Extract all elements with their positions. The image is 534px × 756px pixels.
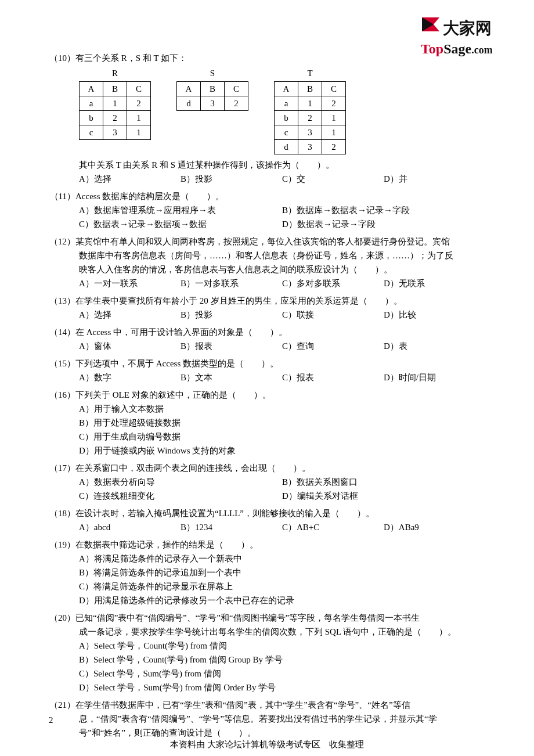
q12-num: （12） [49,235,75,249]
table-T-grid: ABC a12 b21 c31 d32 [274,81,346,154]
q12-opts: A）一对一联系 B）一对多联系 C）多对多联系 D）无联系 [79,276,485,290]
flag-icon [421,16,441,37]
q21: （21）在学生借书数据库中，已有“学生”表和“借阅”表，其中“学生”表含有“学号… [49,698,485,740]
q20-opt-b: B）Select 学号，Count(学号) from 借阅 Group By 学… [79,653,485,667]
q20-l2: 成一条记录，要求按学生学号统计出每名学生的借阅次数，下列 SQL 语句中，正确的… [79,625,485,639]
q17: （17）在关系窗口中，双击两个表之间的连接线，会出现（ ）。 A）数据表分析向导… [49,461,485,503]
q17-stem: 在关系窗口中，双击两个表之间的连接线，会出现（ ）。 [75,463,311,473]
q11-opt-a: A）数据库管理系统→应用程序→表 [79,203,282,217]
q16-num: （16） [49,388,75,402]
footer-text: 本资料由 大家论坛计算机等级考试专区 收集整理 [0,737,534,751]
q19-opt-c: C）将满足筛选条件的记录显示在屏幕上 [79,579,485,593]
q11-opt-c: C）数据表→记录→数据项→数据 [79,217,282,231]
q10-tables: R ABC a12 b21 c31 S ABC d32 [79,66,485,154]
logo-row1: 大家网 [421,16,514,37]
page-number: 2 [49,713,53,727]
q10: （10）有三个关系 R，S 和 T 如下： R ABC a12 b21 c31 … [49,51,485,186]
q18-opt-d: D）ABa9 [384,520,485,534]
q10-opts: A）选择 B）投影 C）交 D）并 [79,172,485,186]
q17-opt-c: C）连接线粗细变化 [79,489,282,503]
q11-num: （11） [49,189,75,203]
q14-opts: A）窗体 B）报表 C）查询 D）表 [79,339,485,353]
q18-opts: A）abcd B）1234 C）AB+C D）ABa9 [79,520,485,534]
q11-opt-d: D）数据表→记录→字段 [282,217,485,231]
q13-opt-b: B）投影 [181,308,282,322]
q10-opt-d: D）并 [384,172,485,186]
q14: （14）在 Access 中，可用于设计输入界面的对象是（ ）。 A）窗体 B）… [49,325,485,353]
table-T-name: T [307,66,312,80]
q10-opt-b: B）投影 [181,172,282,186]
q20: （20）已知“借阅”表中有“借阅编号”、“学号”和“借阅图书编号”等字段，每名学… [49,611,485,694]
q16-opts: A）用于输入文本数据 B）用于处理超级链接数据 C）用于生成自动编号数据 D）用… [79,402,485,458]
q10-opt-a: A）选择 [79,172,181,186]
q19-opt-d: D）用满足筛选条件的记录修改另一个表中已存在的记录 [79,593,485,607]
q12-opt-c: C）多对多联系 [282,276,384,290]
q16-opt-a: A）用于输入文本数据 [79,402,485,416]
table-S-grid: ABC d32 [176,81,248,111]
q15-opt-d: D）时间/日期 [384,370,485,384]
logo-cn: 大家网 [443,20,492,37]
q14-opt-c: C）查询 [282,339,384,353]
q17-opt-a: A）数据表分析向导 [79,475,282,489]
q19-stem: 在数据表中筛选记录，操作的结果是（ ）。 [75,540,258,549]
q20-opt-a: A）Select 学号，Count(学号) from 借阅 [79,639,485,653]
q13-stem: 在学生表中要查找所有年龄小于 20 岁且姓王的男生，应采用的关系运算是（ ）。 [75,296,402,305]
q18-num: （18） [49,506,75,520]
q10-after: 其中关系 T 由关系 R 和 S 通过某种操作得到，该操作为（ ）。 [79,158,485,172]
q11-opts: A）数据库管理系统→应用程序→表 B）数据库→数据表→记录→字段 C）数据表→记… [79,203,485,231]
q15-stem: 下列选项中，不属于 Access 数据类型的是（ ）。 [75,359,279,368]
q13-opts: A）选择 B）投影 C）联接 D）比较 [79,308,485,322]
q14-stem: 在 Access 中，可用于设计输入界面的对象是（ ）。 [75,327,287,337]
table-R: R ABC a12 b21 c31 [79,66,151,140]
table-T: T ABC a12 b21 c31 d32 [274,66,346,154]
q15: （15）下列选项中，不属于 Access 数据类型的是（ ）。 A）数字 B）文… [49,357,485,384]
topsage-logo: 大家网 TopSage.com [421,16,514,60]
q15-opt-a: A）数字 [79,370,181,384]
q20-num: （20） [49,611,75,625]
q15-opts: A）数字 B）文本 C）报表 D）时间/日期 [79,370,485,384]
q17-opt-d: D）编辑关系对话框 [282,489,485,503]
q13-num: （13） [49,294,75,308]
q14-opt-d: D）表 [384,339,485,353]
table-S-name: S [210,66,215,80]
table-R-grid: ABC a12 b21 c31 [79,81,151,140]
q10-opt-c: C）交 [282,172,384,186]
q15-opt-c: C）报表 [282,370,384,384]
q12-opt-a: A）一对一联系 [79,276,181,290]
q12-l3: 映客人入住客房的情况，客房信息表与客人信息表之间的联系应设计为（ ）。 [79,262,485,276]
q20-opt-d: D）Select 学号，Sum(学号) from 借阅 Order By 学号 [79,681,485,694]
q16-opt-b: B）用于处理超级链接数据 [79,416,485,430]
q17-opts: A）数据表分析向导 B）数据关系图窗口 C）连接线粗细变化 D）编辑关系对话框 [79,475,485,503]
q12-opt-d: D）无联系 [384,276,485,290]
q16-opt-d: D）用于链接或内嵌 Windows 支持的对象 [79,444,485,458]
q19-num: （19） [49,538,75,552]
q13-opt-d: D）比较 [384,308,485,322]
q19-opt-a: A）将满足筛选条件的记录存入一个新表中 [79,552,485,566]
q18-opt-b: B）1234 [181,520,282,534]
q18-opt-a: A）abcd [79,520,181,534]
q10-num: （10） [49,51,75,65]
q18: （18）在设计表时，若输入掩码属性设置为“LLLL”，则能够接收的输入是（ ）。… [49,506,485,534]
q13-opt-a: A）选择 [79,308,181,322]
q19-opts: A）将满足筛选条件的记录存入一个新表中 B）将满足筛选条件的记录追加到一个表中 … [79,552,485,607]
q18-stem: 在设计表时，若输入掩码属性设置为“LLLL”，则能够接收的输入是（ ）。 [75,509,374,518]
q19: （19）在数据表中筛选记录，操作的结果是（ ）。 A）将满足筛选条件的记录存入一… [49,538,485,607]
q14-opt-a: A）窗体 [79,339,181,353]
q16-opt-c: C）用于生成自动编号数据 [79,430,485,444]
table-R-name: R [112,66,118,80]
q12: （12）某宾馆中有单人间和双人间两种客房，按照规定，每位入住该宾馆的客人都要进行… [49,235,485,290]
q14-opt-b: B）报表 [181,339,282,353]
q12-l1: 某宾馆中有单人间和双人间两种客房，按照规定，每位入住该宾馆的客人都要进行身份登记… [75,237,450,246]
q20-opts: A）Select 学号，Count(学号) from 借阅 B）Select 学… [79,639,485,694]
table-S: S ABC d32 [176,66,248,111]
q11-opt-b: B）数据库→数据表→记录→字段 [282,203,485,217]
q14-num: （14） [49,325,75,339]
q16-stem: 下列关于 OLE 对象的叙述中，正确的是（ ）。 [75,390,271,399]
q20-opt-c: C）Select 学号，Sum(学号) from 借阅 [79,667,485,681]
q15-num: （15） [49,357,75,370]
logo-en: TopSage.com [421,38,514,60]
q17-opt-b: B）数据关系图窗口 [282,475,485,489]
q18-opt-c: C）AB+C [282,520,384,534]
q16: （16）下列关于 OLE 对象的叙述中，正确的是（ ）。 A）用于输入文本数据 … [49,388,485,458]
q19-opt-b: B）将满足筛选条件的记录追加到一个表中 [79,566,485,579]
